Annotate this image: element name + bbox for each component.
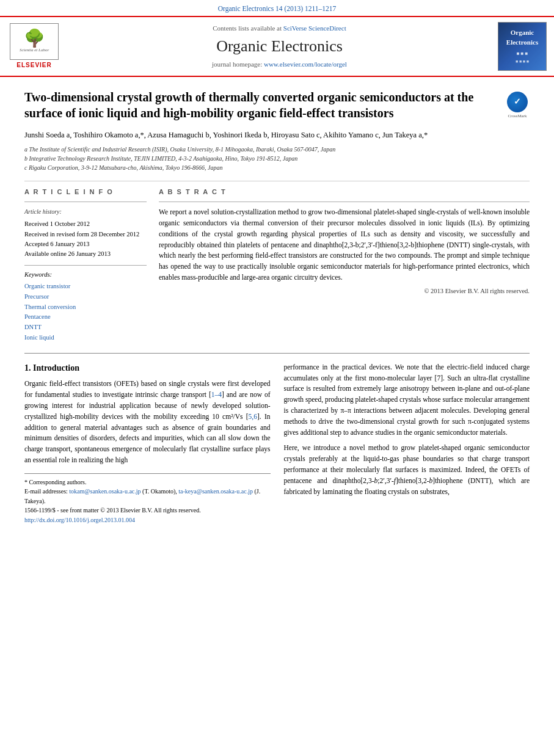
- citation-text: Organic Electronics 14 (2013) 1211–1217: [218, 5, 337, 12]
- main-content: 1. Introduction Organic field-effect tra…: [24, 362, 530, 525]
- page-container: Organic Electronics 14 (2013) 1211–1217 …: [0, 0, 554, 537]
- footnote-section: * Corresponding authors. E-mail addresse…: [24, 473, 271, 525]
- keyword-5: Ionic liquid: [24, 333, 147, 343]
- keyword-2: Thermal conversion: [24, 302, 147, 313]
- journal-header: 🌳 Scientia et Labor ELSEVIER Contents li…: [0, 16, 554, 77]
- elsevier-logo-box: 🌳 Scientia et Labor: [10, 23, 59, 60]
- intro-title: 1. Introduction: [24, 362, 271, 374]
- abstract-divider: [159, 202, 530, 202]
- keywords-section: Keywords: Organic transistor Precursor T…: [24, 271, 147, 343]
- sciverse-line: Contents lists available at SciVerse Sci…: [67, 24, 492, 33]
- article-title-section: Two-dimensional crystal growth of therma…: [24, 89, 530, 121]
- journal-image-text: Organic Electronics ■ ■ ■ ■ ■ ■ ■: [506, 28, 538, 65]
- affiliations: a The Institute of Scientific and Indust…: [24, 145, 530, 172]
- journal-title: Organic Electronics: [67, 35, 492, 57]
- corresponding-label: * Corresponding authors.: [24, 478, 271, 487]
- affiliation-b: b Integrative Technology Research Instit…: [24, 154, 530, 163]
- tree-icon: 🌳: [20, 30, 49, 47]
- date-1: Received in revised form 28 December 201…: [24, 230, 147, 239]
- info-divider-1: [24, 202, 147, 202]
- journal-center: Contents lists available at SciVerse Sci…: [67, 24, 492, 70]
- divider-1: [24, 181, 530, 181]
- right-paragraph-2: Here, we introduce a novel method to gro…: [284, 443, 530, 497]
- email-line: E-mail addresses: tokam@sanken.osaka-u.a…: [24, 487, 271, 506]
- journal-homepage: journal homepage: www.elsevier.com/locat…: [67, 60, 492, 69]
- affiliation-c: c Rigaku Corporation, 3-9-12 Matsubara-c…: [24, 163, 530, 172]
- keywords-label: Keywords:: [24, 271, 147, 280]
- article-info-header: A R T I C L E I N F O: [24, 187, 147, 197]
- citation-1-4: 1–4: [211, 391, 222, 398]
- keyword-1: Precursor: [24, 292, 147, 302]
- doi-link[interactable]: http://dx.doi.org/10.1016/j.orgel.2013.0…: [24, 517, 135, 523]
- doi-line: http://dx.doi.org/10.1016/j.orgel.2013.0…: [24, 515, 271, 525]
- crossmark[interactable]: ✓ CrossMark: [505, 92, 530, 120]
- citation-5-6: 5,6: [249, 413, 257, 420]
- email-link-1[interactable]: tokam@sanken.osaka-u.ac.jp: [69, 488, 140, 495]
- email-link-2[interactable]: ta-keya@sanken.osaka-u.ac.jp: [178, 488, 253, 495]
- copyright-line: © 2013 Elsevier B.V. All rights reserved…: [159, 287, 530, 296]
- info-columns: A R T I C L E I N F O Article history: R…: [24, 187, 530, 343]
- info-divider-2: [24, 265, 147, 266]
- section-number: 1.: [24, 363, 31, 373]
- history-label: Article history:: [24, 207, 147, 217]
- issn-line: 1566-1199/$ - see front matter © 2013 El…: [24, 506, 271, 515]
- right-column: performance in the practical devices. We…: [284, 362, 530, 525]
- article-history-block: Article history: Received 1 October 2012…: [24, 207, 147, 259]
- crossmark-logo: ✓: [507, 92, 528, 112]
- keyword-4: DNTT: [24, 322, 147, 333]
- section-title-text: Introduction: [33, 363, 79, 373]
- authors-text: Junshi Soeda a, Toshihiro Okamoto a,*, A…: [24, 131, 428, 139]
- left-column: 1. Introduction Organic field-effect tra…: [24, 362, 271, 525]
- right-paragraph-1: performance in the practical devices. We…: [284, 362, 530, 438]
- intro-paragraph-1: Organic field-effect transistors (OFETs)…: [24, 379, 271, 466]
- keyword-0: Organic transistor: [24, 282, 147, 292]
- journal-cover-image: Organic Electronics ■ ■ ■ ■ ■ ■ ■: [498, 22, 547, 71]
- dates-group: Received 1 October 2012 Received in revi…: [24, 219, 147, 259]
- article-body: Two-dimensional crystal growth of therma…: [0, 77, 554, 537]
- contents-text: Contents lists available at: [213, 24, 282, 32]
- section-divider: [24, 353, 530, 354]
- abstract-text: We report a novel solution-crystallizati…: [159, 207, 530, 283]
- abstract-header: A B S T R A C T: [159, 187, 530, 197]
- elsevier-wordmark: ELSEVIER: [16, 61, 51, 70]
- article-title: Two-dimensional crystal growth of therma…: [24, 89, 498, 121]
- citation-bar: Organic Electronics 14 (2013) 1211–1217: [0, 0, 554, 16]
- sciverse-link[interactable]: SciVerse ScienceDirect: [283, 24, 346, 32]
- homepage-label: journal homepage:: [212, 60, 262, 68]
- article-info-col: A R T I C L E I N F O Article history: R…: [24, 187, 147, 343]
- authors-line: Junshi Soeda a, Toshihiro Okamoto a,*, A…: [24, 129, 530, 141]
- date-2: Accepted 6 January 2013: [24, 239, 147, 249]
- crossmark-icon: ✓: [514, 96, 521, 108]
- homepage-link[interactable]: www.elsevier.com/locate/orgel: [264, 60, 347, 68]
- affiliation-a: a The Institute of Scientific and Indust…: [24, 145, 530, 154]
- date-3: Available online 26 January 2013: [24, 249, 147, 259]
- elsevier-logo: 🌳 Scientia et Labor ELSEVIER: [7, 23, 61, 70]
- keyword-3: Pentacene: [24, 312, 147, 322]
- abstract-col: A B S T R A C T We report a novel soluti…: [159, 187, 530, 343]
- date-0: Received 1 October 2012: [24, 219, 147, 229]
- crossmark-label: CrossMark: [508, 114, 527, 120]
